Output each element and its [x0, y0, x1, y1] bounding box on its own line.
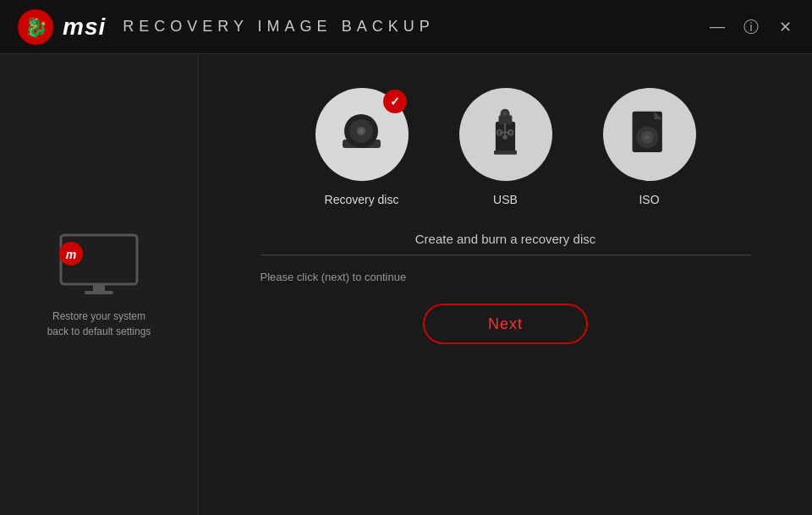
- minimize-button[interactable]: —: [707, 17, 727, 37]
- main-layout: m Restore your system back to default se…: [0, 54, 812, 515]
- svg-point-11: [359, 129, 363, 133]
- disc-icon: [334, 107, 389, 162]
- monitor-icon: m: [52, 231, 145, 299]
- recovery-disc-label: Recovery disc: [325, 193, 399, 206]
- backup-options: ✓ Recovery disc: [315, 88, 696, 206]
- svg-point-15: [502, 111, 508, 116]
- usb-icon: [482, 107, 529, 162]
- usb-label: USB: [493, 193, 518, 206]
- sidebar-restore-item: m Restore your system back to default se…: [47, 231, 151, 339]
- next-button[interactable]: Next: [423, 304, 588, 344]
- iso-circle: [603, 88, 696, 181]
- app-header: 🐉 msi RECOVERY IMAGE BACKUP — ⓘ ✕: [0, 0, 812, 54]
- svg-text:🐉: 🐉: [25, 16, 48, 39]
- svg-rect-3: [93, 284, 105, 291]
- dragon-logo-icon: 🐉: [17, 8, 54, 46]
- svg-rect-21: [494, 151, 517, 155]
- divider: [261, 255, 751, 255]
- iso-icon: [624, 107, 675, 162]
- svg-rect-4: [85, 291, 113, 294]
- iso-label: ISO: [639, 193, 659, 206]
- instruction-text: Please click (next) to continue: [261, 271, 751, 283]
- brand-name: msi: [63, 14, 106, 41]
- usb-circle: [459, 88, 552, 181]
- sidebar: m Restore your system back to default se…: [0, 54, 199, 515]
- option-iso[interactable]: ISO: [603, 88, 696, 206]
- recovery-disc-circle: ✓: [315, 88, 409, 181]
- content-area: ✓ Recovery disc: [199, 54, 812, 515]
- svg-text:m: m: [66, 248, 76, 261]
- option-usb[interactable]: USB: [459, 88, 552, 206]
- app-title: RECOVERY IMAGE BACKUP: [123, 18, 434, 36]
- description-text: Create and burn a recovery disc: [415, 232, 595, 246]
- close-button[interactable]: ✕: [775, 17, 795, 37]
- svg-point-26: [645, 134, 650, 140]
- svg-point-20: [502, 134, 508, 140]
- selected-badge: ✓: [383, 90, 407, 113]
- logo: 🐉 msi RECOVERY IMAGE BACKUP: [17, 8, 435, 46]
- sidebar-label: Restore your system back to default sett…: [47, 309, 151, 339]
- option-recovery-disc[interactable]: ✓ Recovery disc: [315, 88, 409, 206]
- info-button[interactable]: ⓘ: [741, 17, 761, 37]
- window-controls: — ⓘ ✕: [707, 17, 795, 37]
